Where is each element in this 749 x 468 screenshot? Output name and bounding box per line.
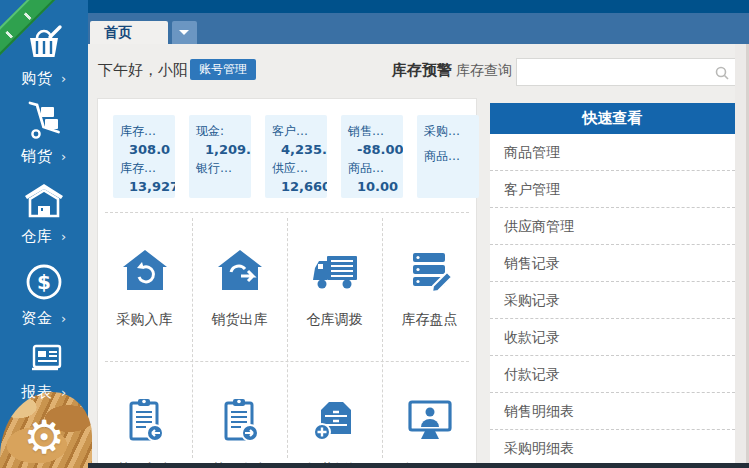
stat-card-sales: 销售… -88.00 商品… 10.00 (341, 115, 403, 198)
monitor-user-icon (404, 396, 456, 444)
action-sales-outbound[interactable]: 销货出库 (192, 248, 287, 329)
shopping-basket-pencil-icon (22, 24, 66, 62)
report-icon (23, 342, 65, 376)
sidebar-item-sales[interactable]: 销货› (0, 100, 88, 166)
chevron-right-icon: › (61, 311, 67, 326)
stat-value: 4,235.4 (272, 141, 324, 160)
action-assembly[interactable]: 组装拆卸 (287, 396, 382, 468)
search-icon[interactable] (715, 66, 729, 80)
stat-card-cash: 现金: 1,209.4 银行… (189, 115, 251, 198)
stock-search-input[interactable] (523, 60, 711, 84)
house-arrow-out-icon (216, 248, 264, 294)
hand-truck-icon (22, 100, 66, 140)
stat-label: 库存… (120, 159, 172, 178)
stat-value: 10.00 (348, 178, 400, 197)
action-label: 仓库调拨 (287, 311, 382, 329)
action-other-inbound[interactable]: 其他入库 (97, 396, 192, 468)
action-purchase-inbound[interactable]: 采购入库 (97, 248, 192, 329)
quick-view-item-goods[interactable]: 商品管理 (490, 134, 735, 171)
stat-label: 供应… (272, 159, 324, 178)
clipboard-arrow-out-icon (216, 396, 264, 444)
chevron-down-icon (179, 30, 189, 40)
sidebar-item-reports[interactable]: 报表› (0, 342, 88, 402)
action-stock-count[interactable]: 库存盘点 (382, 248, 477, 329)
house-cycle-icon (121, 248, 169, 294)
action-goods-manage[interactable]: 商品管理 (382, 396, 477, 468)
sidebar-item-warehouse[interactable]: 仓库› (0, 182, 88, 246)
greeting-text: 下午好，小阳 (98, 61, 188, 80)
action-other-outbound[interactable]: 其他出库 (192, 396, 287, 468)
quick-view-list: 商品管理 客户管理 供应商管理 销售记录 采购记录 收款记录 付款记录 销售明细… (490, 134, 735, 467)
window-bottom-edge (88, 463, 749, 468)
action-label: 销货出库 (192, 311, 287, 329)
quick-view-item-receipts[interactable]: 收款记录 (490, 319, 735, 356)
stock-query-link[interactable]: 库存查询 (456, 62, 512, 80)
stat-label: 银行… (196, 159, 248, 178)
sidebar-item-label: 销货 (21, 147, 53, 165)
action-label: 采购入库 (97, 311, 192, 329)
stat-label: 商品… (424, 147, 476, 166)
stat-value: -88.00 (348, 141, 400, 160)
dollar-circle-icon: $ (24, 262, 64, 302)
stat-label: 销售… (348, 122, 400, 141)
tab-dropdown-button[interactable] (172, 21, 197, 44)
tab-home[interactable]: 首页 (90, 21, 168, 44)
sidebar: 购货› 销货› 仓库› $ 资金› 报 (0, 0, 88, 468)
window-titlebar (88, 0, 749, 13)
sidebar-item-label: 报表 (21, 383, 53, 401)
stat-label: 库存… (120, 122, 172, 141)
svg-text:$: $ (37, 270, 51, 294)
truck-icon (309, 248, 361, 294)
stat-value: 13,927 (120, 178, 172, 197)
chevron-right-icon: › (61, 229, 67, 244)
stat-value: 308.0 (120, 141, 172, 160)
quick-view-item-sales-detail[interactable]: 销售明细表 (490, 393, 735, 430)
right-gutter (735, 44, 749, 468)
clipboard-arrow-in-icon (121, 396, 169, 444)
stat-label: 客户… (272, 122, 324, 141)
account-manage-button[interactable]: 账号管理 (190, 59, 256, 80)
action-warehouse-transfer[interactable]: 仓库调拨 (287, 248, 382, 329)
quick-view-item-customers[interactable]: 客户管理 (490, 171, 735, 208)
sidebar-item-label: 购货 (21, 69, 53, 87)
chevron-right-icon: › (61, 385, 67, 400)
quick-view-item-payments[interactable]: 付款记录 (490, 356, 735, 393)
stat-value: 12,660 (272, 178, 324, 197)
stat-label: 采购… (424, 122, 476, 141)
stock-warning-link[interactable]: 库存预警 (392, 61, 452, 80)
quick-view-item-sales-records[interactable]: 销售记录 (490, 245, 735, 282)
quick-view-item-purchase-detail[interactable]: 采购明细表 (490, 430, 735, 467)
quick-view-item-purchase-records[interactable]: 采购记录 (490, 282, 735, 319)
action-label: 库存盘点 (382, 311, 477, 329)
grid-divider (105, 212, 469, 213)
stat-card-inventory: 库存… 308.0 库存… 13,927 (113, 115, 175, 198)
sidebar-item-label: 仓库 (21, 227, 53, 245)
stat-label: 现金: (196, 122, 248, 141)
stat-card-purchase: 采购… 商品… (417, 115, 479, 198)
stat-card-customer: 客户… 4,235.4 供应… 12,660 (265, 115, 327, 198)
stock-search-box (516, 58, 737, 86)
quick-view-item-suppliers[interactable]: 供应商管理 (490, 208, 735, 245)
chevron-right-icon: › (61, 149, 67, 164)
stat-value: 1,209.4 (196, 141, 248, 160)
quick-view-header: 快速查看 (490, 103, 735, 134)
sidebar-item-label: 资金 (21, 309, 53, 327)
warehouse-icon (22, 182, 66, 220)
chevron-right-icon: › (61, 71, 67, 86)
stat-label: 商品… (348, 159, 400, 178)
sidebar-item-funds[interactable]: $ 资金› (0, 262, 88, 328)
settings-gear-icon[interactable]: ⚙ (0, 414, 88, 460)
drawer-plus-icon (309, 396, 361, 444)
stack-edit-icon (405, 248, 455, 294)
